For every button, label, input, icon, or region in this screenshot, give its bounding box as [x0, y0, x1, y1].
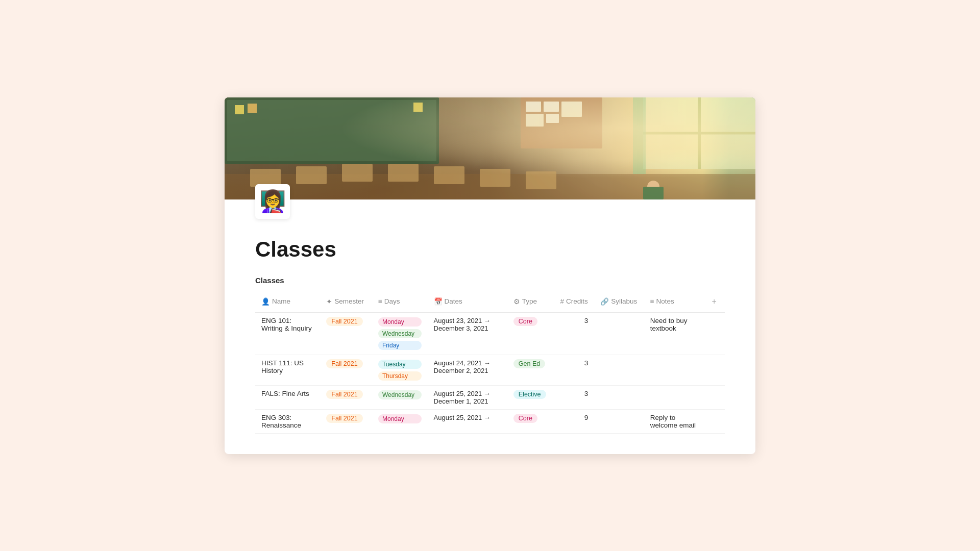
svg-rect-2	[521, 97, 602, 148]
cell-add	[704, 385, 725, 409]
cell-notes	[644, 385, 704, 409]
svg-rect-7	[546, 114, 559, 123]
th-credits: # Credits	[554, 291, 595, 313]
cell-semester: Fall 2021	[320, 385, 372, 409]
cell-type: Gen Ed	[507, 355, 554, 385]
calendar-icon: 📅	[434, 297, 443, 306]
th-notes: ≡ Notes	[644, 291, 704, 313]
cell-name: ENG 303: Renaissance	[255, 409, 320, 433]
avatar-emoji: 👩‍🏫	[259, 189, 286, 214]
th-dates: 📅 Dates	[428, 291, 507, 313]
add-column-button[interactable]: +	[710, 295, 719, 308]
star-icon: ✦	[326, 297, 332, 306]
th-add: +	[704, 291, 725, 313]
cell-credits: 3	[554, 385, 595, 409]
content-area: Classes Classes 👤 Name ✦ Semester	[225, 219, 755, 454]
cell-syllabus	[594, 385, 644, 409]
link-icon: 🔗	[600, 297, 609, 306]
cell-type: Core	[507, 312, 554, 355]
svg-rect-5	[561, 102, 582, 117]
cell-type: Core	[507, 409, 554, 433]
cell-days: TuesdayThursday	[372, 355, 428, 385]
cell-days: Wednesday	[372, 385, 428, 409]
svg-rect-0	[225, 97, 439, 164]
svg-rect-3	[526, 102, 541, 112]
cell-semester: Fall 2021	[320, 312, 372, 355]
svg-rect-11	[633, 97, 646, 174]
svg-rect-16	[388, 164, 419, 182]
table-row: FALS: Fine ArtsFall 2021WednesdayAugust …	[255, 385, 725, 409]
cell-syllabus	[594, 355, 644, 385]
svg-rect-8	[643, 97, 755, 169]
hash-icon: #	[560, 297, 565, 305]
cell-name: FALS: Fine Arts	[255, 385, 320, 409]
table-row: ENG 101: Writing & InquiryFall 2021Monda…	[255, 312, 725, 355]
svg-rect-23	[248, 104, 257, 113]
cell-type: Elective	[507, 385, 554, 409]
svg-rect-15	[342, 164, 373, 182]
svg-rect-24	[413, 103, 423, 112]
svg-rect-17	[434, 166, 464, 184]
cell-syllabus	[594, 312, 644, 355]
gear-icon: ⚙	[513, 297, 520, 306]
table-row: ENG 303: RenaissanceFall 2021MondayAugus…	[255, 409, 725, 433]
th-days: ≡ Days	[372, 291, 428, 313]
page-title: Classes	[255, 237, 725, 262]
cell-add	[704, 409, 725, 433]
cell-days: Monday	[372, 409, 428, 433]
cell-add	[704, 312, 725, 355]
avatar: 👩‍🏫	[255, 184, 290, 219]
classes-table: 👤 Name ✦ Semester ≡ Days	[255, 291, 725, 434]
cell-credits: 3	[554, 355, 595, 385]
list-icon: ≡	[378, 297, 382, 305]
lines-icon: ≡	[650, 297, 654, 305]
cell-dates: August 24, 2021 →December 2, 2021	[428, 355, 507, 385]
cell-semester: Fall 2021	[320, 409, 372, 433]
section-label: Classes	[255, 276, 725, 285]
cell-dates: August 25, 2021 →	[428, 409, 507, 433]
cell-notes	[644, 355, 704, 385]
cell-name: ENG 101: Writing & Inquiry	[255, 312, 320, 355]
page-container: 👩‍🏫 Classes Classes 👤 Name ✦	[225, 97, 755, 454]
person-icon: 👤	[261, 297, 270, 306]
svg-rect-6	[526, 114, 544, 127]
cell-add	[704, 355, 725, 385]
cell-dates: August 23, 2021 →December 3, 2021	[428, 312, 507, 355]
cell-credits: 3	[554, 312, 595, 355]
cell-days: MondayWednesdayFriday	[372, 312, 428, 355]
cell-notes: Need to buy textbook	[644, 312, 704, 355]
cell-credits: 9	[554, 409, 595, 433]
avatar-wrapper: 👩‍🏫	[225, 184, 755, 219]
cell-syllabus	[594, 409, 644, 433]
svg-rect-14	[296, 166, 327, 184]
svg-rect-1	[227, 100, 436, 161]
th-syllabus: 🔗 Syllabus	[594, 291, 644, 313]
th-name: 👤 Name	[255, 291, 320, 313]
svg-rect-4	[544, 102, 559, 112]
cell-dates: August 25, 2021 →December 1, 2021	[428, 385, 507, 409]
th-type: ⚙ Type	[507, 291, 554, 313]
th-semester: ✦ Semester	[320, 291, 372, 313]
cell-semester: Fall 2021	[320, 355, 372, 385]
cell-name: HIST 111: US History	[255, 355, 320, 385]
table-row: HIST 111: US HistoryFall 2021TuesdayThur…	[255, 355, 725, 385]
cell-notes: Reply to welcome email	[644, 409, 704, 433]
svg-rect-22	[235, 105, 244, 114]
